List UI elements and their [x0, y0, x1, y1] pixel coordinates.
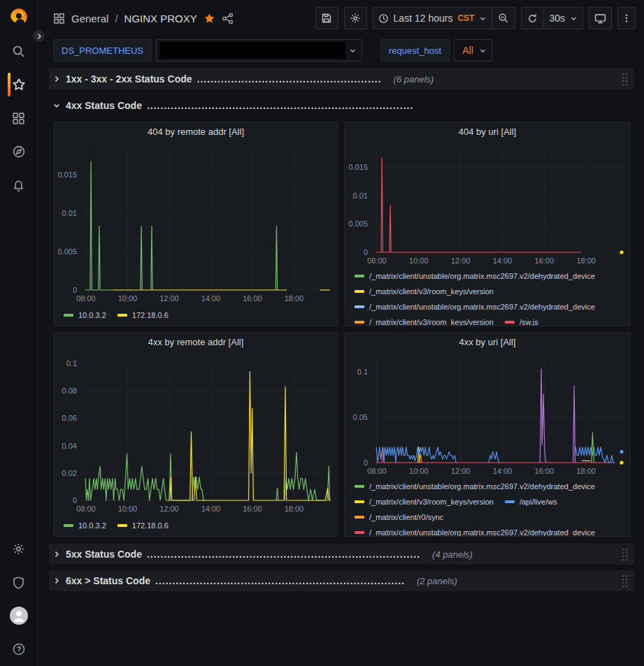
legend-swatch	[505, 500, 515, 503]
chevron-down-icon	[347, 47, 362, 55]
svg-text:0.06: 0.06	[62, 414, 77, 422]
legend-row: /_matrix/client/r0/sync	[355, 509, 627, 525]
chevron-right-icon	[52, 75, 61, 83]
dashboard-settings-button[interactable]	[344, 7, 367, 29]
tv-mode-button[interactable]	[589, 7, 612, 29]
more-options-button[interactable]	[617, 7, 636, 29]
sidebar-item-starred[interactable]	[0, 68, 38, 101]
legend-row: /_matrix/client/v3/room_keys/version	[355, 284, 627, 299]
legend-row: /_matrix/client/v3/room_keys/version/sw.…	[355, 314, 627, 326]
legend-row: 10.0.3.2172.18.0.6	[64, 306, 335, 324]
svg-text:10:00: 10:00	[118, 505, 138, 513]
svg-text:0: 0	[73, 286, 77, 294]
legend-item[interactable]: /api/live/ws	[505, 498, 557, 506]
user-avatar	[10, 607, 28, 625]
timeseries-chart[interactable]: 08:0010:0012:0014:0016:0018:0000.0050.01…	[54, 140, 338, 305]
legend-label: /sw.js	[520, 318, 538, 326]
panel-title[interactable]: 404 by remote addr [All]	[54, 122, 338, 140]
legend-item[interactable]: /_matrix/client/v3/room_keys/version	[355, 318, 494, 326]
chevron-right-icon	[52, 550, 61, 558]
legend-item[interactable]: 172.18.0.6	[117, 521, 169, 530]
variables-bar: DS_PROMETHEUS request_host All	[38, 36, 644, 64]
panel-4xx-by-uri: 4xx by uri [All] 08:0010:0012:0014:0016:…	[344, 332, 631, 537]
dashboards-grid-icon	[12, 112, 25, 125]
legend-item[interactable]: /_matrix/client/unstable/org.matrix.msc2…	[355, 482, 595, 491]
row-title-dots: ........................................…	[197, 73, 382, 85]
legend-row: /_matrix/client/unstable/org.matrix.msc2…	[355, 525, 627, 537]
timeseries-chart[interactable]: 08:0010:0012:0014:0016:0018:0000.050.1	[345, 351, 630, 478]
svg-text:0.1: 0.1	[66, 359, 77, 368]
legend-item[interactable]: /_matrix/client/unstable/org.matrix.msc2…	[355, 528, 595, 537]
time-picker-group: Last 12 hours CST	[373, 7, 516, 29]
row-drag-handle[interactable]	[622, 73, 629, 86]
row-drag-handle[interactable]	[622, 548, 629, 561]
refresh-interval-picker[interactable]: 30s	[544, 7, 583, 29]
breadcrumb-dashboard-title[interactable]: NGINX PROXY	[124, 13, 197, 24]
timeseries-chart[interactable]: 08:0010:0012:0014:0016:0018:0000.0050.01…	[345, 140, 630, 268]
top-navbar: General / NGINX PROXY	[38, 0, 644, 36]
breadcrumb-folder[interactable]: General	[71, 13, 108, 24]
legend-item[interactable]: /_matrix/client/v3/room_keys/version	[355, 287, 494, 296]
row-panel-count: (6 panels)	[394, 74, 434, 85]
grafana-logo[interactable]	[8, 0, 29, 34]
legend-item[interactable]: 10.0.3.2	[64, 311, 106, 319]
sidebar-item-help[interactable]: ?	[0, 632, 38, 666]
svg-text:0.01: 0.01	[353, 191, 368, 200]
svg-text:0.01: 0.01	[62, 209, 77, 217]
time-range-label: Last 12 hours	[394, 13, 453, 24]
svg-text:12:00: 12:00	[451, 467, 471, 475]
chevron-down-icon	[479, 15, 487, 22]
sidebar-expand-button[interactable]	[31, 28, 47, 44]
zoom-out-time-button[interactable]	[492, 7, 515, 29]
svg-text:18:00: 18:00	[285, 505, 304, 513]
legend-item[interactable]: /_matrix/client/unstable/org.matrix.msc2…	[355, 303, 595, 311]
panel-404-by-remote-addr: 404 by remote addr [All] 08:0010:0012:00…	[53, 122, 338, 326]
favorite-star-button[interactable]	[203, 13, 215, 24]
panel-title[interactable]: 4xx by remote addr [All]	[54, 333, 338, 351]
row-6xx[interactable]: 6xx > Status Code ......................…	[49, 570, 634, 591]
svg-text:16:00: 16:00	[535, 467, 554, 475]
legend-item[interactable]: 10.0.3.2	[64, 521, 106, 530]
legend-item[interactable]: /sw.js	[505, 318, 538, 326]
share-button[interactable]	[222, 13, 234, 24]
row-4xx[interactable]: 4xx Status Code ........................…	[49, 95, 634, 116]
row-5xx[interactable]: 5xx Status Code ........................…	[49, 544, 634, 565]
grafana-flame-icon	[8, 6, 29, 27]
sidebar-item-alerting[interactable]	[0, 168, 38, 202]
panel-legend: 10.0.3.2172.18.0.6	[54, 516, 338, 537]
save-dashboard-button[interactable]	[315, 7, 338, 29]
legend-item[interactable]: /_matrix/client/v3/room_keys/version	[355, 498, 494, 506]
panel-title[interactable]: 4xx by uri [All]	[345, 333, 630, 351]
kebab-menu-icon	[622, 13, 631, 24]
sidebar-item-server-admin[interactable]	[0, 565, 38, 599]
sidebar-item-profile[interactable]	[0, 599, 38, 632]
legend-swatch	[117, 314, 127, 317]
legend-row: /_matrix/client/unstable/org.matrix.msc2…	[355, 299, 627, 314]
refresh-group: 30s	[521, 7, 583, 29]
svg-text:0.005: 0.005	[348, 219, 368, 228]
row-title-dots: ........................................…	[155, 575, 405, 586]
refresh-interval-label: 30s	[549, 13, 565, 24]
legend-item[interactable]: /_matrix/client/r0/sync	[355, 513, 443, 521]
breadcrumb-separator: /	[115, 13, 117, 24]
row-drag-handle[interactable]	[622, 574, 629, 588]
sidebar-item-explore[interactable]	[0, 135, 38, 168]
legend-item[interactable]: /_matrix/client/unstable/org.matrix.msc2…	[355, 272, 595, 280]
svg-text:0.005: 0.005	[57, 247, 77, 256]
request-host-dropdown[interactable]: All	[454, 39, 492, 61]
datasource-dropdown[interactable]	[156, 39, 362, 61]
legend-label: /_matrix/client/r0/sync	[369, 513, 443, 521]
refresh-button[interactable]	[521, 7, 544, 29]
sidebar-item-dashboards[interactable]	[0, 101, 38, 135]
row-1xx-3xx-2xx[interactable]: 1xx - 3xx - 2xx Status Code ............…	[49, 68, 634, 89]
chevron-right-icon	[36, 33, 43, 40]
panel-title[interactable]: 404 by uri [All]	[345, 122, 630, 140]
legend-item[interactable]: 172.18.0.6	[117, 311, 169, 319]
timeseries-chart[interactable]: 08:0010:0012:0014:0016:0018:0000.020.040…	[54, 351, 338, 516]
row-panel-count: (4 panels)	[432, 549, 473, 560]
gear-icon	[12, 542, 25, 556]
time-range-picker[interactable]: Last 12 hours CST	[373, 7, 493, 29]
sidebar-item-configuration[interactable]	[0, 532, 38, 565]
svg-text:0.015: 0.015	[348, 163, 368, 171]
legend-label: /_matrix/client/v3/room_keys/version	[369, 498, 494, 506]
